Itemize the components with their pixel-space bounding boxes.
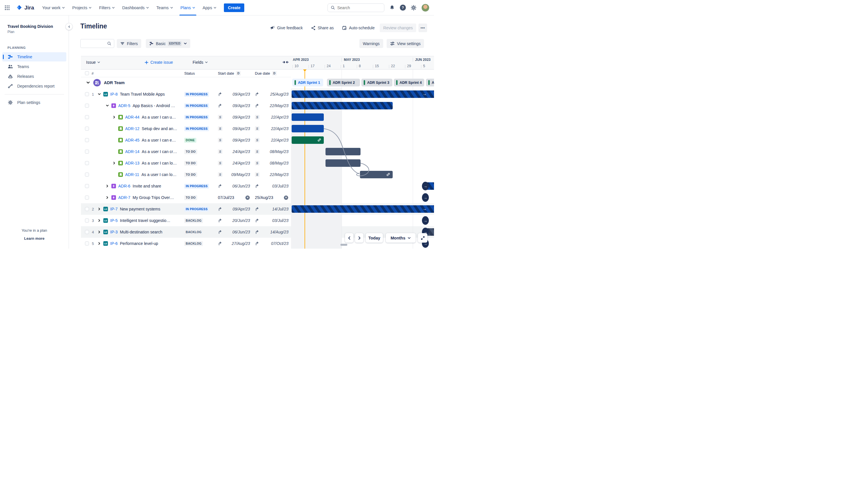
- sprint-bar-3[interactable]: ADR Sprint 3: [361, 79, 392, 86]
- start-date-value[interactable]: 20/Jun/23: [232, 218, 250, 223]
- issue-summary[interactable]: Team Travel Mobile Apps: [120, 92, 165, 97]
- start-date-value[interactable]: 09/Apr/23: [232, 138, 250, 142]
- app-switcher-icon[interactable]: [4, 5, 10, 10]
- row-checkbox[interactable]: [85, 207, 89, 211]
- warnings-button[interactable]: Warnings: [359, 39, 383, 48]
- row-checkbox[interactable]: [85, 150, 89, 154]
- row-checkbox[interactable]: [85, 218, 89, 223]
- due-date-value[interactable]: 14/Aug/23: [270, 230, 288, 234]
- timeline-scroll-left-button[interactable]: [345, 233, 353, 243]
- timeline-search-input[interactable]: [81, 39, 114, 48]
- status-lozenge[interactable]: TO DO: [184, 172, 197, 177]
- status-lozenge[interactable]: IN PROGRESS: [184, 103, 209, 108]
- sidebar-item-releases[interactable]: Releases: [2, 72, 66, 81]
- due-date-value[interactable]: 03/Jul/23: [272, 218, 288, 223]
- issue-summary[interactable]: As a user I can log i...: [142, 161, 177, 165]
- start-date-value[interactable]: 24/Apr/23: [232, 161, 250, 165]
- sidebar-collapse-button[interactable]: [66, 23, 73, 30]
- issue-key[interactable]: ADR-12: [125, 126, 140, 131]
- fullscreen-button[interactable]: [418, 233, 428, 243]
- issue-summary[interactable]: Invite and share: [133, 184, 161, 188]
- status-lozenge[interactable]: IN PROGRESS: [184, 184, 209, 189]
- sprint-bar-4[interactable]: ADR Sprint 4: [394, 79, 424, 86]
- row-checkbox[interactable]: [85, 104, 89, 108]
- issue-summary[interactable]: New payment systems: [120, 207, 160, 211]
- status-lozenge[interactable]: IN PROGRESS: [184, 115, 209, 120]
- global-search-field[interactable]: [337, 5, 377, 10]
- issue-key[interactable]: ADR-11: [125, 172, 139, 177]
- offscreen-right-indicator[interactable]: →: [422, 216, 429, 225]
- gantt-bar-ADR-12[interactable]: [292, 125, 324, 132]
- nav-item-teams[interactable]: Teams: [156, 0, 173, 15]
- issue-summary[interactable]: As a user I can log i...: [142, 172, 177, 177]
- nav-item-plans[interactable]: Plans: [180, 0, 195, 15]
- issue-key[interactable]: ADR-44: [125, 115, 140, 119]
- chevron-down-icon[interactable]: [86, 81, 90, 85]
- row-checkbox[interactable]: [85, 138, 89, 142]
- issue-key[interactable]: IP-8: [110, 92, 118, 97]
- issue-summary[interactable]: Multi-destination search: [120, 230, 162, 234]
- row-checkbox[interactable]: [85, 127, 89, 131]
- start-date-value[interactable]: 06/Jun/23: [232, 184, 250, 188]
- issue-key[interactable]: ADR-14: [125, 149, 140, 154]
- due-date-value[interactable]: 08/May/23: [270, 149, 288, 154]
- sprint-bar-1[interactable]: ADR Sprint 1: [292, 79, 323, 86]
- nav-item-your-work[interactable]: Your work: [42, 0, 65, 15]
- issue-key[interactable]: ADR-7: [118, 195, 130, 200]
- issue-summary[interactable]: My Group Trips Overview: [133, 195, 175, 200]
- status-lozenge[interactable]: IN PROGRESS: [184, 126, 209, 131]
- issue-column-dropdown[interactable]: Issue: [86, 60, 100, 65]
- create-button[interactable]: Create: [224, 3, 245, 12]
- select-all-checkbox[interactable]: [85, 71, 89, 75]
- start-date-value[interactable]: 09/Apr/23: [232, 115, 250, 119]
- due-date-value[interactable]: 22/Apr/23: [271, 126, 288, 131]
- help-icon[interactable]: ?: [400, 4, 406, 11]
- issue-summary[interactable]: As a user I can up...: [142, 115, 177, 119]
- issue-summary[interactable]: App Basics - Android test: [133, 103, 175, 108]
- zoom-level-dropdown[interactable]: Months: [386, 233, 416, 243]
- status-lozenge[interactable]: DONE: [184, 138, 196, 143]
- collapse-fields-panel-icon[interactable]: [283, 60, 289, 66]
- chevron-right-icon[interactable]: [98, 219, 101, 222]
- nav-item-projects[interactable]: Projects: [72, 0, 91, 15]
- due-date-value[interactable]: 25/Aug/23: [255, 195, 273, 200]
- issue-key[interactable]: IP-5: [110, 218, 118, 223]
- status-lozenge[interactable]: TO DO: [184, 161, 197, 166]
- more-actions-button[interactable]: •••: [419, 24, 427, 32]
- chevron-right-icon[interactable]: [106, 196, 109, 199]
- sidebar-item-plan-settings[interactable]: Plan settings: [2, 98, 66, 107]
- gantt-bar-ADR-5[interactable]: [292, 102, 393, 109]
- issue-key[interactable]: IP-6: [110, 241, 118, 246]
- jira-logo[interactable]: Jira: [16, 4, 34, 11]
- gantt-bar-ADR-45[interactable]: [292, 137, 324, 144]
- issue-key[interactable]: ADR-5: [118, 103, 130, 108]
- status-lozenge[interactable]: IN PROGRESS: [184, 207, 209, 212]
- issue-summary[interactable]: Setup dev and and ...: [142, 126, 177, 131]
- nav-item-apps[interactable]: Apps: [203, 0, 216, 15]
- due-date-value[interactable]: 25/Aug/23: [270, 92, 288, 97]
- due-date-value[interactable]: 08/May/23: [270, 161, 288, 165]
- status-lozenge[interactable]: TO DO: [184, 149, 197, 154]
- gantt-bar-ADR-44[interactable]: [292, 113, 324, 121]
- gantt-bar-ADR-11[interactable]: [360, 171, 393, 178]
- view-mode-dropdown[interactable]: Basic EDITED: [146, 39, 190, 48]
- sidebar-item-teams[interactable]: Teams: [2, 62, 66, 71]
- issue-summary[interactable]: As a user I can cre...: [142, 149, 177, 154]
- sprint-bar-5[interactable]: ADR Sprint 5: [426, 79, 434, 86]
- issue-key[interactable]: ADR-6: [118, 184, 130, 188]
- settings-gear-icon[interactable]: [411, 5, 417, 11]
- row-checkbox[interactable]: [85, 173, 89, 176]
- offscreen-right-indicator[interactable]: →: [422, 182, 429, 190]
- nav-item-dashboards[interactable]: Dashboards: [122, 0, 149, 15]
- chevron-right-icon[interactable]: [98, 207, 101, 211]
- issue-key[interactable]: IP-7: [110, 207, 118, 211]
- issue-summary[interactable]: As a user I can ena...: [142, 138, 177, 142]
- start-date-value[interactable]: 24/Apr/23: [232, 149, 250, 154]
- due-date-value[interactable]: 22/Apr/23: [271, 115, 288, 119]
- sprint-bar-2[interactable]: ADR Sprint 2: [327, 79, 360, 86]
- row-checkbox[interactable]: [85, 115, 89, 119]
- status-lozenge[interactable]: TO DO: [184, 195, 197, 200]
- global-search-input[interactable]: [328, 3, 384, 12]
- give-feedback-button[interactable]: Give feedback: [267, 24, 306, 32]
- nav-item-filters[interactable]: Filters: [99, 0, 115, 15]
